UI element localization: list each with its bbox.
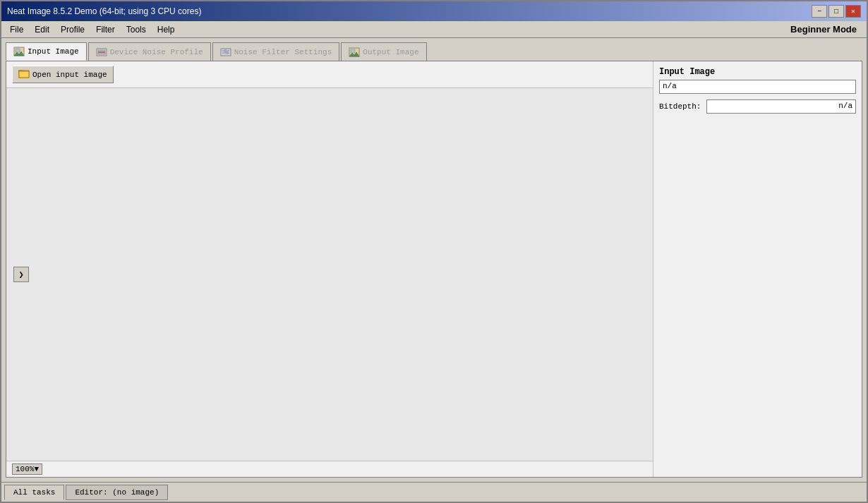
device-noise-tab-icon [96, 47, 107, 57]
zoom-dropdown-arrow-icon: ▼ [34, 465, 39, 473]
scroll-arrow-button[interactable]: ❯ [13, 267, 29, 282]
right-panel-section-label: Input Image [659, 67, 856, 77]
tab-output-image[interactable]: Output Image [341, 42, 426, 61]
beginner-mode-label: Beginner Mode [790, 24, 864, 35]
input-image-tab-icon [13, 47, 25, 56]
zoom-level: 100% [16, 465, 34, 473]
svg-rect-16 [19, 71, 29, 78]
svg-point-9 [224, 49, 227, 52]
menu-items: File Edit Profile Filter Tools Help [4, 23, 180, 36]
svg-point-10 [226, 51, 229, 54]
menu-help[interactable]: Help [152, 23, 181, 36]
right-panel-filename-value: n/a [659, 80, 856, 94]
menu-bar: File Edit Profile Filter Tools Help Begi… [1, 21, 867, 38]
canvas-area: ❯ [6, 88, 653, 461]
tab-input-image-label: Input Image [28, 47, 79, 56]
menu-edit[interactable]: Edit [29, 23, 55, 36]
status-tab-all-tasks-label: All tasks [13, 488, 55, 497]
zoom-dropdown-button[interactable]: 100% ▼ [12, 463, 42, 475]
status-tab-editor-label: Editor: (no image) [75, 488, 159, 497]
tab-device-noise-profile[interactable]: Device Noise Profile [88, 42, 211, 61]
right-panel: Input Image n/a Bitdepth: n/a [653, 61, 862, 477]
bitdepth-label: Bitdepth: [659, 102, 701, 111]
tab-input-image[interactable]: Input Image [6, 42, 87, 61]
title-buttons: − □ ✕ [812, 5, 861, 18]
minimize-button[interactable]: − [812, 5, 827, 18]
status-bar: All tasks Editor: (no image) [1, 482, 867, 502]
image-area: Open input image ❯ 100% ▼ [6, 61, 653, 477]
status-tab-all-tasks[interactable]: All tasks [4, 485, 64, 500]
close-button[interactable]: ✕ [845, 5, 861, 18]
open-button-label: Open input image [32, 71, 107, 79]
menu-file[interactable]: File [4, 23, 29, 36]
menu-profile[interactable]: Profile [55, 23, 90, 36]
title-bar: Neat Image 8.5.2 Demo (64-bit; using 3 C… [1, 1, 867, 21]
svg-rect-1 [16, 49, 20, 52]
zoom-bar: 100% ▼ [6, 461, 653, 477]
bitdepth-row: Bitdepth: n/a [659, 99, 856, 114]
svg-rect-12 [351, 49, 355, 53]
main-content: Input Image Device Noise Profile [1, 38, 867, 482]
status-tab-editor[interactable]: Editor: (no image) [66, 485, 168, 500]
tab-noise-filter-settings[interactable]: Noise Filter Settings [212, 42, 340, 61]
maximize-button[interactable]: □ [828, 5, 844, 18]
menu-tools[interactable]: Tools [121, 23, 152, 36]
tab-output-image-label: Output Image [363, 48, 418, 56]
toolbar: Open input image [6, 61, 653, 88]
tabs-row: Input Image Device Noise Profile [1, 38, 867, 61]
tab-noise-filter-label: Noise Filter Settings [234, 48, 332, 56]
noise-filter-tab-icon [220, 47, 231, 57]
menu-filter[interactable]: Filter [90, 23, 121, 36]
tab-content-area: Open input image ❯ 100% ▼ Input Image n/… [6, 61, 862, 478]
bitdepth-value: n/a [706, 99, 856, 114]
folder-icon [18, 68, 30, 80]
open-input-image-button[interactable]: Open input image [12, 66, 114, 83]
tab-device-noise-label: Device Noise Profile [110, 48, 203, 56]
title-text: Neat Image 8.5.2 Demo (64-bit; using 3 C… [7, 6, 201, 16]
output-image-tab-icon [349, 47, 360, 57]
